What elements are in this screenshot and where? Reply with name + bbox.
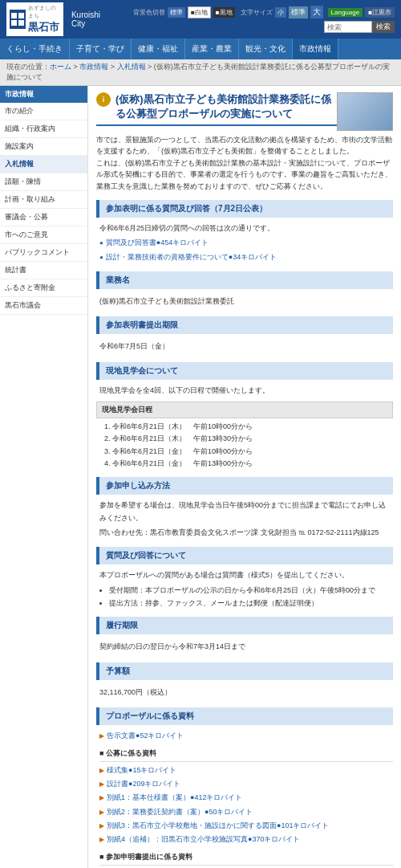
language-btn[interactable]: Language xyxy=(328,8,363,17)
color-white-btn[interactable]: ■白地 xyxy=(188,6,211,18)
logo-box: あずましのまち 黒石市 xyxy=(6,2,63,36)
font-large-btn[interactable]: 大 xyxy=(310,6,323,18)
site-logo: あずましのまち 黒石市 Kuroishi City xyxy=(6,2,108,36)
sidebar-item-opinion[interactable]: 市へのご意見 xyxy=(0,226,87,244)
site-visit-heading: 現地見学会について xyxy=(96,362,393,380)
svg-rect-3 xyxy=(18,20,24,26)
submission-value: 令和6年7月5日（金） xyxy=(96,339,393,353)
visit-date-4: 令和6年6月21日（金） 午前13時00分から xyxy=(112,458,393,469)
sidebar-item-petition[interactable]: 請願・陳情 xyxy=(0,173,87,191)
city-logo-icon xyxy=(10,10,26,29)
period-heading: 履行期限 xyxy=(96,617,393,634)
business-name-heading: 業務名 xyxy=(96,271,393,289)
sidebar-item-facility[interactable]: 施設案内 xyxy=(0,138,87,156)
main-navigation: くらし・手続き 子育て・学び 健康・福祉 産業・農業 観光・文化 市政情報 xyxy=(0,39,401,59)
related-city-btn[interactable]: ■江黒市 xyxy=(365,7,395,18)
business-name-value: (仮称)黒石市立子ども美術館設計業務委託 xyxy=(96,294,393,308)
city-name-en: Kuroishi City xyxy=(71,10,108,28)
main-article: i (仮称)黒石市立子ども美術館設計業務委託に係る公募型プロポーザルの実施につい… xyxy=(88,86,401,868)
sidebar-item-pubcom[interactable]: パブリックコメント xyxy=(0,244,87,262)
breadcrumb: 現在の位置：ホーム > 市政情報 > 入札情報 > (仮称)黒石市立子ども美術館… xyxy=(0,59,401,86)
search-input[interactable] xyxy=(324,21,372,33)
sidebar-item-stats[interactable]: 統計書 xyxy=(0,262,87,279)
site-visit-date-label: 現地見学会日程 xyxy=(96,401,393,418)
search-btn[interactable]: 検索 xyxy=(372,21,395,33)
text-size-label: 文字サイズ xyxy=(241,8,273,17)
font-small-btn[interactable]: 小 xyxy=(275,7,286,18)
pub-doc-6[interactable]: 別紙4（追補）：旧黒石市立小学校施設写真●370キロバイト xyxy=(99,833,393,846)
search-form: 検索 xyxy=(324,21,395,33)
article-image xyxy=(337,92,393,131)
article-intro: 市では、景観施策の一つとして、当黒石の文化活動の拠点を構築するため、市街の文学活… xyxy=(96,134,393,192)
visit-date-2: 令和6年6月21日（木） 午前13時30分から xyxy=(112,433,393,444)
visit-date-1: 令和6年6月21日（木） 午前10時00分から xyxy=(112,421,393,432)
breadcrumb-bid[interactable]: 入札情報 xyxy=(117,63,146,71)
qa-date-note: 令和6年6月25日締切の質問への回答は次の通りです。 xyxy=(99,222,393,234)
site-visit-intro: 現地見学会を全4回、以下の日程で開催いたします。 xyxy=(96,385,393,397)
font-medium-btn[interactable]: 標準 xyxy=(289,6,308,18)
header-top-bar: あずましのまち 黒石市 Kuroishi City 背景色切替 標準 ■白地 ■… xyxy=(0,0,401,39)
sidebar-item-plan[interactable]: 計画・取り組み xyxy=(0,191,87,209)
svg-rect-2 xyxy=(11,20,17,26)
sidebar-item-intro[interactable]: 市の紹介 xyxy=(0,103,87,120)
page-icon-decoration: i xyxy=(96,92,111,109)
header-controls: 背景色切替 標準 ■白地 ■黒地 文字サイズ 小 標準 大 Language ■… xyxy=(108,6,395,33)
breadcrumb-home[interactable]: ホーム xyxy=(50,63,71,71)
nav-item-city[interactable]: 市政情報 xyxy=(293,39,338,59)
qa-content: 令和6年6月25日締切の質問への回答は次の通りです。 質問及び回答書●454キロ… xyxy=(96,222,393,263)
qa-reception-list: 受付期間：本プロポーザルの公示の日から令和6年6月25日（火）午後5時00分まで… xyxy=(99,585,393,609)
qa-reception-heading: 質問及び回答について xyxy=(96,547,393,564)
sidebar-item-assembly[interactable]: 黒石市議会 xyxy=(0,297,87,315)
pub-doc-4[interactable]: 別紙2：業務委託契約書（案）●50キロバイト xyxy=(99,806,393,818)
nav-item-industry[interactable]: 産業・農業 xyxy=(185,39,239,59)
title-section: i (仮称)黒石市立子ども美術館設計業務委託に係る公募型プロポーザルの実施につい… xyxy=(96,92,393,134)
logo-svg xyxy=(10,11,26,27)
sidebar: 市政情報 市の紹介 組織・行政案内 施設案内 入札情報 請願・陳情 計画・取り組… xyxy=(0,86,88,868)
documents-content: 告示文書●52キロバイト ■ 公募に係る資料 様式集●15キロバイト 設計書●2… xyxy=(96,730,393,868)
qa-reception-item-2: 提出方法：持参、ファックス、メールまたは郵便（配達証明便） xyxy=(109,597,393,609)
svg-rect-1 xyxy=(18,13,24,18)
sidebar-item-donation[interactable]: ふるさと寄附金 xyxy=(0,279,87,297)
sidebar-item-org[interactable]: 組織・行政案内 xyxy=(0,120,87,138)
color-scheme-label: 背景色切替 xyxy=(133,8,165,17)
budget-heading: 予算額 xyxy=(96,662,393,680)
main-doc-link[interactable]: 告示文書●52キロバイト xyxy=(99,730,393,742)
city-name-block: あずましのまち 黒石市 xyxy=(28,4,60,35)
participation-content: 参加を希望する場合は、現地見学会当日午後5時00分までに担当課まで電話にてお申し… xyxy=(96,499,393,539)
documents-heading: プロポーザルに係る資料 xyxy=(96,707,393,725)
content-wrapper: 市政情報 市の紹介 組織・行政案内 施設案内 入札情報 請願・陳情 計画・取り組… xyxy=(0,86,401,868)
participation-heading: 参加申し込み方法 xyxy=(96,477,393,495)
qa-heading: 参加表明に係る質問及び回答（7月2日公表） xyxy=(96,200,393,218)
city-name-jp: 黒石市 xyxy=(28,21,59,33)
nav-item-life[interactable]: くらし・手続き xyxy=(0,39,70,59)
site-visit-dates: 令和6年6月21日（木） 午前10時00分から 令和6年6月21日（木） 午前1… xyxy=(96,421,393,470)
qa-link-1[interactable]: 質問及び回答書●454キロバイト xyxy=(99,237,393,249)
nav-item-health[interactable]: 健康・福祉 xyxy=(132,39,185,59)
pub-doc-2[interactable]: 設計書●209キロバイト xyxy=(99,778,393,790)
nav-item-child[interactable]: 子育て・学び xyxy=(70,39,132,59)
pub-doc-5[interactable]: 別紙3：黒石市立小学校敷地・施設ほかに関する図面●101キロバイト xyxy=(99,820,393,832)
color-dark-btn[interactable]: ■黒地 xyxy=(213,7,235,18)
qa-reception-item-1: 受付期間：本プロポーザルの公示の日から令和6年6月25日（火）午後5時00分まで xyxy=(109,585,393,596)
sidebar-item-bid[interactable]: 入札情報 xyxy=(0,156,87,173)
svg-rect-0 xyxy=(11,13,17,18)
visit-date-list: 令和6年6月21日（木） 午前10時00分から 令和6年6月21日（木） 午前1… xyxy=(99,421,393,470)
furigana-text: あずましのまち xyxy=(28,4,60,20)
participation-docs-title: ■ 参加申明書提出に係る資料 xyxy=(99,851,393,866)
public-docs-title: ■ 公募に係る資料 xyxy=(99,748,393,762)
sidebar-item-council[interactable]: 審議会・公募 xyxy=(0,209,87,226)
sidebar-title: 市政情報 xyxy=(0,86,87,103)
submission-heading: 参加表明書提出期限 xyxy=(96,316,393,334)
pub-doc-3[interactable]: 別紙1：基本仕様書（案）●412キロバイト xyxy=(99,792,393,804)
budget-value: 32,116,700円（税込） xyxy=(96,685,393,699)
color-normal-btn[interactable]: 標準 xyxy=(168,7,185,18)
period-value: 契約締結の日の翌日から令和7年3月14日まで xyxy=(96,639,393,654)
visit-date-3: 令和6年6月21日（金） 午前10時00分から xyxy=(112,446,393,457)
qa-reception-content: 本プロポーザルへの質問がある場合は質問書（様式5）を提出してください。 受付期間… xyxy=(96,569,393,609)
pub-doc-1[interactable]: 様式集●15キロバイト xyxy=(99,764,393,776)
breadcrumb-city-info[interactable]: 市政情報 xyxy=(79,63,108,71)
nav-item-tourism[interactable]: 観光・文化 xyxy=(239,39,293,59)
qa-link-2[interactable]: 設計・業務技術者の資格要件について●34キロバイト xyxy=(99,251,393,263)
